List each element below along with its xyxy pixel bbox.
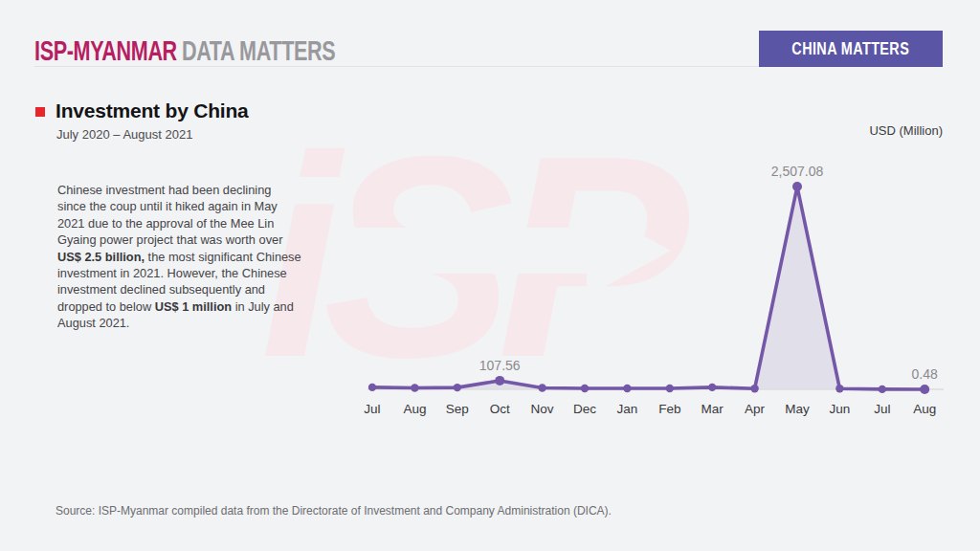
paragraph-bold-segment: US$ 2.5 billion, <box>57 250 145 264</box>
unit-label: USD (Million) <box>869 123 943 138</box>
data-point <box>411 384 418 391</box>
brand-isp-myanmar: ISP-MYANMAR <box>34 34 177 67</box>
x-axis-label: Feb <box>658 402 680 416</box>
data-point <box>538 384 546 391</box>
data-point <box>792 182 802 191</box>
source-note: Source: ISP-Myanmar compiled data from t… <box>56 504 612 518</box>
x-axis-label: Oct <box>490 402 510 416</box>
x-axis-label: Sep <box>446 402 469 416</box>
x-axis-label: Jun <box>830 402 851 416</box>
data-point <box>666 385 674 392</box>
china-matters-badge-label: CHINA MATTERS <box>792 39 910 59</box>
chart-area-fill <box>372 187 924 389</box>
china-matters-badge: CHINA MATTERS <box>759 31 943 67</box>
investment-line-chart: 107.562,507.080.48JulAugSepOctNovDecJanF… <box>335 153 967 426</box>
value-label: 0.48 <box>912 366 938 382</box>
x-axis-label: Aug <box>403 402 426 416</box>
x-axis-label: May <box>785 402 810 416</box>
brand-data-matters: DATA MATTERS <box>182 34 335 67</box>
x-axis-label: Jul <box>874 402 890 416</box>
x-axis-label: Aug <box>913 402 936 416</box>
infographic-canvas: ISP-MYANMAR DATA MATTERS CHINA MATTERS I… <box>0 0 980 551</box>
data-point <box>750 385 758 392</box>
value-label: 2,507.08 <box>771 164 824 179</box>
x-axis-label: Mar <box>702 402 724 416</box>
paragraph-segment: Chinese investment had been declining si… <box>57 183 282 247</box>
data-point <box>835 385 843 392</box>
data-point <box>920 385 929 394</box>
paragraph-bold-segment: US$ 1 million <box>155 299 232 314</box>
value-label: 107.56 <box>479 358 521 373</box>
x-axis-label: Jan <box>617 402 638 416</box>
data-point <box>879 386 886 393</box>
data-point <box>454 384 461 391</box>
page-title: Investment by China <box>56 99 249 122</box>
x-axis-label: Nov <box>531 402 554 416</box>
date-range-subtitle: July 2020 – August 2021 <box>56 127 192 142</box>
data-point <box>581 385 589 392</box>
chart-line <box>372 187 924 389</box>
data-point <box>495 376 504 386</box>
x-axis-label: Jul <box>364 402 380 416</box>
x-axis-label: Apr <box>745 402 766 416</box>
x-axis-label: Dec <box>573 402 596 416</box>
data-point <box>368 384 376 391</box>
data-point <box>623 385 631 392</box>
brand-logo: ISP-MYANMAR DATA MATTERS <box>34 34 335 67</box>
data-point <box>708 384 716 391</box>
title-bullet-icon <box>35 107 45 117</box>
insight-paragraph: Chinese investment had been declining si… <box>57 182 302 332</box>
